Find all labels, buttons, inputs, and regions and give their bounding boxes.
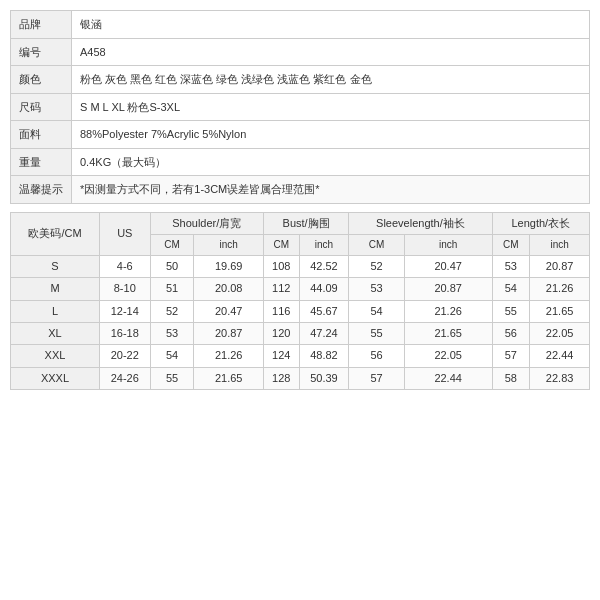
size-cell: 128 [263, 367, 299, 389]
size-cell: 22.05 [404, 345, 492, 367]
size-cell: 51 [150, 278, 194, 300]
size-cell: XXL [11, 345, 100, 367]
warning-label: 温馨提示 [11, 176, 72, 204]
size-cell: 48.82 [299, 345, 349, 367]
size-cell: XXXL [11, 367, 100, 389]
shoulder-cm-header: CM [150, 234, 194, 255]
size-row: XXL20-225421.2612448.825622.055722.44 [11, 345, 590, 367]
brand-row: 品牌 银涵 [11, 11, 590, 39]
size-cell: 20.47 [194, 300, 263, 322]
size-cell: 108 [263, 255, 299, 277]
size-cell: 54 [492, 278, 530, 300]
size-cell: XL [11, 323, 100, 345]
sleeve-in-header: inch [404, 234, 492, 255]
size-cell: 20.87 [404, 278, 492, 300]
size-row: 尺码 S M L XL 粉色S-3XL [11, 93, 590, 121]
size-cell: 50.39 [299, 367, 349, 389]
size-cell: 21.65 [404, 323, 492, 345]
size-cell: 24-26 [99, 367, 150, 389]
size-label: 尺码 [11, 93, 72, 121]
col-shoulder: Shoulder/肩宽 [150, 212, 263, 234]
size-cell: 22.83 [530, 367, 590, 389]
sleeve-cm-header: CM [349, 234, 404, 255]
size-cell: 21.26 [194, 345, 263, 367]
size-cell: S [11, 255, 100, 277]
material-row: 面料 88%Polyester 7%Acrylic 5%Nylon [11, 121, 590, 149]
size-cell: 20.87 [194, 323, 263, 345]
size-cell: 21.26 [404, 300, 492, 322]
color-value: 粉色 灰色 黑色 红色 深蓝色 绿色 浅绿色 浅蓝色 紫红色 金色 [72, 66, 590, 94]
size-cell: 57 [349, 367, 404, 389]
size-cell: 50 [150, 255, 194, 277]
size-cell: 21.26 [530, 278, 590, 300]
size-cell: 120 [263, 323, 299, 345]
size-header-row: 欧美码/CM US Shoulder/肩宽 Bust/胸围 Sleeveleng… [11, 212, 590, 234]
size-row: L12-145220.4711645.675421.265521.65 [11, 300, 590, 322]
size-row: M8-105120.0811244.095320.875421.26 [11, 278, 590, 300]
code-row: 编号 A458 [11, 38, 590, 66]
col-sleeve: Sleevelength/袖长 [349, 212, 492, 234]
size-cell: 20.08 [194, 278, 263, 300]
size-cell: 20-22 [99, 345, 150, 367]
size-cell: 57 [492, 345, 530, 367]
brand-label: 品牌 [11, 11, 72, 39]
size-cell: M [11, 278, 100, 300]
size-cell: 55 [349, 323, 404, 345]
size-cell: 22.44 [530, 345, 590, 367]
size-value: S M L XL 粉色S-3XL [72, 93, 590, 121]
col-length: Length/衣长 [492, 212, 589, 234]
col-bust: Bust/胸围 [263, 212, 348, 234]
weight-value: 0.4KG（最大码） [72, 148, 590, 176]
weight-row: 重量 0.4KG（最大码） [11, 148, 590, 176]
color-label: 颜色 [11, 66, 72, 94]
size-cell: 116 [263, 300, 299, 322]
size-cell: 45.67 [299, 300, 349, 322]
size-table: 欧美码/CM US Shoulder/肩宽 Bust/胸围 Sleeveleng… [10, 212, 590, 391]
size-cell: 44.09 [299, 278, 349, 300]
size-cell: 4-6 [99, 255, 150, 277]
size-cell: 16-18 [99, 323, 150, 345]
size-cell: 19.69 [194, 255, 263, 277]
size-cell: 52 [349, 255, 404, 277]
col-eu-cm: 欧美码/CM [11, 212, 100, 255]
size-cell: 124 [263, 345, 299, 367]
size-cell: 54 [150, 345, 194, 367]
col-us: US [99, 212, 150, 255]
info-table: 品牌 银涵 编号 A458 颜色 粉色 灰色 黑色 红色 深蓝色 绿色 浅绿色 … [10, 10, 590, 204]
bust-in-header: inch [299, 234, 349, 255]
size-cell: 53 [492, 255, 530, 277]
size-cell: 55 [150, 367, 194, 389]
weight-label: 重量 [11, 148, 72, 176]
size-cell: 58 [492, 367, 530, 389]
size-cell: 55 [492, 300, 530, 322]
warning-row: 温馨提示 *因测量方式不同，若有1-3CM误差皆属合理范围* [11, 176, 590, 204]
size-cell: 12-14 [99, 300, 150, 322]
warning-value: *因测量方式不同，若有1-3CM误差皆属合理范围* [72, 176, 590, 204]
size-cell: 20.47 [404, 255, 492, 277]
brand-value: 银涵 [72, 11, 590, 39]
size-row: XL16-185320.8712047.245521.655622.05 [11, 323, 590, 345]
size-cell: 20.87 [530, 255, 590, 277]
size-row: S4-65019.6910842.525220.475320.87 [11, 255, 590, 277]
material-value: 88%Polyester 7%Acrylic 5%Nylon [72, 121, 590, 149]
size-cell: 22.44 [404, 367, 492, 389]
code-value: A458 [72, 38, 590, 66]
size-cell: 56 [349, 345, 404, 367]
size-cell: 53 [349, 278, 404, 300]
size-cell: 112 [263, 278, 299, 300]
shoulder-in-header: inch [194, 234, 263, 255]
length-in-header: inch [530, 234, 590, 255]
color-row: 颜色 粉色 灰色 黑色 红色 深蓝色 绿色 浅绿色 浅蓝色 紫红色 金色 [11, 66, 590, 94]
material-label: 面料 [11, 121, 72, 149]
length-cm-header: CM [492, 234, 530, 255]
size-cell: 21.65 [530, 300, 590, 322]
size-cell: 54 [349, 300, 404, 322]
size-cell: 52 [150, 300, 194, 322]
size-cell: 42.52 [299, 255, 349, 277]
code-label: 编号 [11, 38, 72, 66]
bust-cm-header: CM [263, 234, 299, 255]
size-cell: 22.05 [530, 323, 590, 345]
size-cell: 21.65 [194, 367, 263, 389]
size-cell: 47.24 [299, 323, 349, 345]
size-cell: 56 [492, 323, 530, 345]
